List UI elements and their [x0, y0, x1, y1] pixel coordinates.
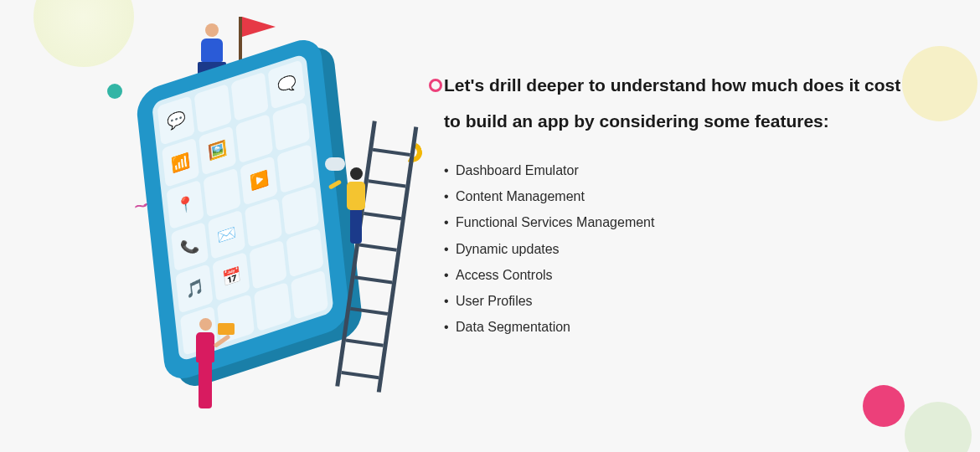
app-icon-blank — [272, 102, 310, 152]
app-icon-blank — [235, 114, 273, 163]
list-item: User Profiles — [444, 288, 913, 314]
list-item: Dynamic updates — [444, 236, 913, 262]
list-item: Access Controls — [444, 262, 913, 288]
app-icon-music: 🎵 — [175, 264, 213, 313]
person-standing — [184, 318, 222, 419]
feature-list: Dashboard Emulator Content Management Fu… — [444, 157, 913, 340]
app-icon-calendar: 📅 — [212, 252, 250, 301]
app-icon-blank — [231, 72, 269, 121]
app-icon-blank — [194, 84, 232, 133]
content-block: Let's drill deeper to understand how muc… — [444, 67, 913, 340]
app-icon-photo: 🖼️ — [199, 126, 236, 175]
app-icon-pin: 📍 — [167, 180, 204, 229]
app-icon-phone: 📞 — [171, 222, 209, 271]
app-icon-blank — [277, 144, 315, 193]
tablet-screen: 💬 🗨️ 📶 🖼️ 📍 ▶️ 📞 ✉️ 🎵 📅 — [152, 54, 334, 362]
app-icon-chat: 💬 — [157, 95, 195, 145]
app-icon-message: 🗨️ — [268, 59, 306, 109]
app-icon-blank — [204, 167, 241, 217]
app-icon-mail: ✉️ — [208, 210, 245, 259]
decor-dot-teal — [107, 84, 122, 99]
app-icon-blank — [286, 228, 323, 277]
list-item: Content Management — [444, 183, 913, 209]
decor-circle-yellowgreen — [34, 0, 134, 67]
list-item: Data Segmentation — [444, 314, 913, 340]
app-icon-blank — [217, 294, 255, 343]
app-icon-wifi: 📶 — [162, 137, 199, 187]
app-icon-blank — [281, 186, 319, 235]
decor-circle-pink — [863, 385, 905, 427]
decor-circle-green — [905, 402, 972, 452]
ladder — [335, 121, 418, 393]
app-icon-blank — [249, 240, 286, 290]
list-item: Functional Services Management — [444, 209, 913, 235]
tablet-device: 💬 🗨️ 📶 🖼️ 📍 ▶️ 📞 ✉️ 🎵 📅 — [135, 33, 351, 384]
person-climbing — [339, 167, 373, 251]
section-heading: Let's drill deeper to understand how muc… — [444, 67, 913, 139]
app-icon-blank — [291, 270, 328, 320]
app-icon-blank — [254, 282, 291, 331]
list-item: Dashboard Emulator — [444, 157, 913, 183]
folder-icon — [218, 323, 235, 335]
hero-illustration: 💬 🗨️ 📶 🖼️ 📍 ▶️ 📞 ✉️ 🎵 📅 — [151, 42, 385, 427]
app-icon-blank — [245, 198, 282, 247]
decor-circle-yellow — [902, 46, 977, 121]
app-icon-video: ▶️ — [240, 156, 278, 205]
